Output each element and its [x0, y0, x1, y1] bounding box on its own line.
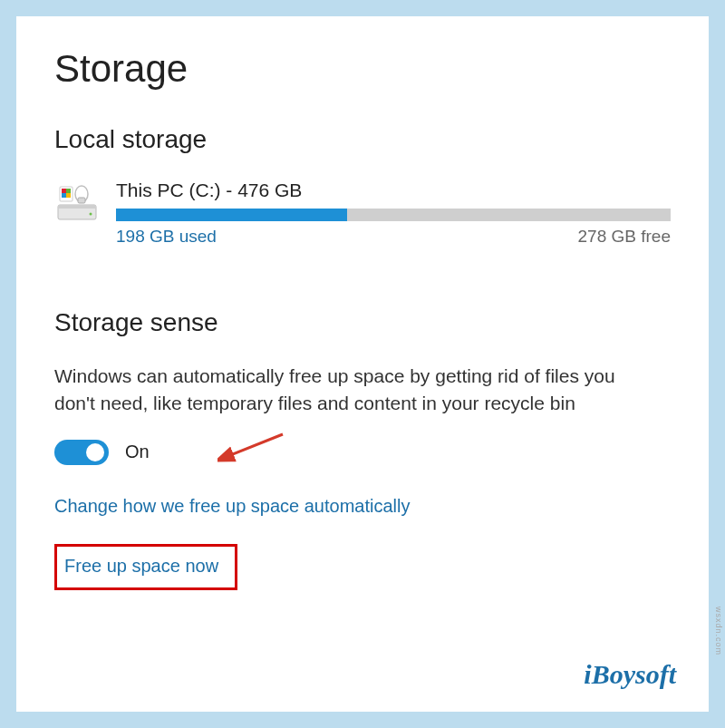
- svg-rect-1: [58, 205, 96, 209]
- drive-icon: [54, 181, 100, 225]
- free-text: 278 GB free: [578, 227, 671, 247]
- usage-bar-fill: [116, 209, 347, 221]
- change-free-space-link[interactable]: Change how we free up space automaticall…: [54, 496, 410, 517]
- usage-legend: 198 GB used 278 GB free: [116, 227, 671, 247]
- toggle-state-label: On: [125, 442, 150, 462]
- svg-rect-6: [62, 193, 66, 198]
- local-storage-heading: Local storage: [54, 125, 671, 154]
- page-title: Storage: [54, 47, 671, 91]
- toggle-knob: [86, 443, 104, 461]
- storage-settings-panel: Storage Local storage This PC (C:) - 476…: [16, 16, 709, 712]
- svg-line-10: [228, 434, 283, 456]
- svg-rect-4: [62, 189, 66, 193]
- storage-sense-description: Windows can automatically free up space …: [54, 363, 652, 418]
- drive-row[interactable]: This PC (C:) - 476 GB 198 GB used 278 GB…: [54, 180, 671, 247]
- highlight-box: Free up space now: [54, 544, 237, 590]
- used-text: 198 GB used: [116, 227, 217, 247]
- usage-bar: [116, 209, 671, 221]
- svg-rect-7: [66, 193, 71, 198]
- storage-sense-heading: Storage sense: [54, 308, 671, 337]
- arrow-annotation-icon: [218, 429, 290, 469]
- drive-info: This PC (C:) - 476 GB 198 GB used 278 GB…: [116, 180, 671, 247]
- source-note: wsxdn.com: [714, 607, 723, 655]
- watermark-logo: iBoysoft: [584, 659, 676, 690]
- drive-label: This PC (C:) - 476 GB: [116, 180, 671, 201]
- svg-rect-5: [66, 189, 71, 193]
- storage-sense-toggle[interactable]: [54, 440, 109, 465]
- free-up-space-now-link[interactable]: Free up space now: [64, 556, 218, 577]
- svg-rect-9: [78, 198, 85, 203]
- svg-point-2: [90, 213, 92, 216]
- storage-sense-toggle-row: On: [54, 440, 671, 465]
